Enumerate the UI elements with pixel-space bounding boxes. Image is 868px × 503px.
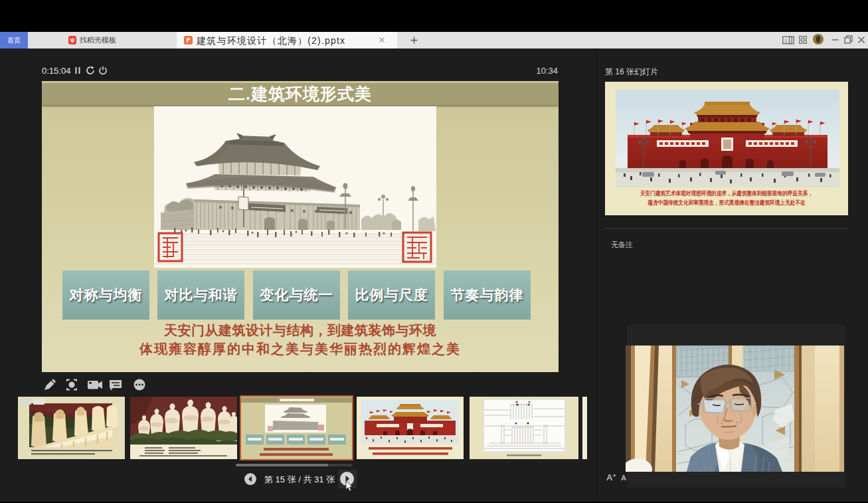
svg-text:1: 1 (784, 38, 788, 44)
